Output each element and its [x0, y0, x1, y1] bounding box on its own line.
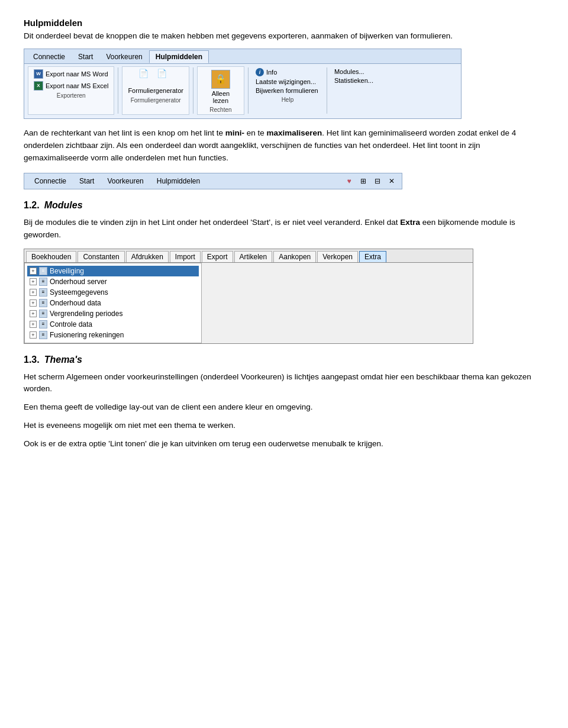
module-tab-artikelen[interactable]: Artikelen — [234, 251, 273, 262]
icon-vergrendeling: ≡ — [39, 310, 47, 318]
ribbon-group-formulier: 📄 📄 Formuliergenerator Formuliergenerato… — [122, 66, 189, 115]
exporteren-label: Exporteren — [57, 92, 86, 99]
excel-icon: X — [34, 81, 43, 91]
icon-systeemgegevens: ≡ — [39, 288, 47, 297]
mini-tab-connectie[interactable]: Connectie — [29, 175, 72, 187]
themas-text1: Het scherm Algemeen onder voorkeurinstel… — [24, 371, 544, 396]
icon-controle-data: ≡ — [39, 320, 47, 328]
themas-number: 1.3. — [24, 355, 40, 365]
expand-onderhoud-server[interactable]: + — [30, 278, 37, 285]
icon-onderhoud-data: ≡ — [39, 299, 47, 307]
mini-tab-start[interactable]: Start — [74, 175, 99, 187]
modules-number: 1.2. — [24, 200, 40, 211]
icon-onderhoud-server: ≡ — [39, 278, 47, 286]
expand-controle-data[interactable]: + — [30, 321, 37, 328]
info-menu-item[interactable]: i Info — [254, 67, 321, 77]
modules-title: Modules — [44, 200, 83, 211]
hulpmiddelen-title: Hulpmiddelen — [24, 18, 544, 28]
mini-icons: ♥ ⊞ ⊟ ✕ — [344, 176, 397, 186]
modules-heading: 1.2. Modules — [24, 200, 544, 211]
themas-text3: Het is eveneens mogelijk om niet met een… — [24, 420, 544, 432]
module-bar: Boekhouden Constanten Afdrukken Import E… — [24, 249, 473, 344]
icon-beveiliging: ≡ — [39, 267, 47, 275]
hulpmiddelen-intro: Dit onderdeel bevat de knoppen die te ma… — [24, 30, 544, 43]
module-tab-export[interactable]: Export — [202, 251, 233, 262]
sep2 — [193, 67, 193, 114]
tab-start[interactable]: Start — [72, 50, 99, 63]
tree-item-controle-data[interactable]: + ≡ Controle data — [27, 319, 199, 330]
rechten-label: Rechten — [209, 107, 231, 113]
modules-item[interactable]: Modules... — [333, 67, 382, 76]
restore-icon[interactable]: ⊞ — [358, 176, 369, 186]
modules-text: Bij de modules die te vinden zijn in het… — [24, 217, 544, 241]
mini-tab-hulpmiddelen[interactable]: Hulpmiddelen — [151, 175, 205, 187]
help-label: Help — [254, 96, 321, 103]
ribbon-group-rechten: 🔒 Alleenlezen Rechten — [197, 66, 244, 115]
mini-tab-voorkeuren[interactable]: Voorkeuren — [102, 175, 149, 187]
expand-systeemgegevens[interactable]: + — [30, 289, 37, 296]
ribbon-screenshot-1: Connectie Start Voorkeuren Hulpmiddelen … — [24, 49, 462, 119]
expand-fusionering[interactable]: + — [30, 331, 37, 339]
heart-icon[interactable]: ♥ — [344, 176, 354, 186]
sep3 — [248, 67, 248, 114]
module-tab-import[interactable]: Import — [170, 251, 201, 262]
tree-item-onderhoud-server[interactable]: + ≡ Onderhoud server — [27, 276, 199, 287]
sep1 — [118, 67, 118, 114]
themas-text2: Een thema geeft de volledige lay-out van… — [24, 401, 544, 414]
formuliergenerator-label: Formuliergenerator — [131, 97, 181, 104]
tree-item-vergrendeling[interactable]: + ≡ Vergrendeling periodes — [27, 308, 199, 319]
module-tabs-row: Boekhouden Constanten Afdrukken Import E… — [24, 249, 473, 263]
module-tab-boekhouden[interactable]: Boekhouden — [26, 251, 76, 262]
tab-connectie[interactable]: Connectie — [27, 50, 72, 63]
export-word-button[interactable]: W Export naar MS Word — [32, 69, 110, 79]
ribbon-content-1: W Export naar MS Word X Export naar MS E… — [24, 64, 461, 118]
info-icon: i — [256, 68, 264, 76]
expand-beveiliging[interactable]: + — [30, 268, 37, 275]
module-tree: + ≡ Beveiliging + ≡ Onderhoud server + ≡… — [24, 263, 202, 343]
tab-voorkeuren[interactable]: Voorkeuren — [99, 50, 149, 63]
sep4 — [327, 67, 327, 114]
ribbon-group-help: i Info Laatste wijzigingen... Bijwerken … — [252, 66, 323, 115]
bijwerken-formulieren-item[interactable]: Bijwerken formulieren — [254, 86, 321, 95]
tree-item-onderhoud-data[interactable]: + ≡ Onderhoud data — [27, 298, 199, 308]
tree-item-fusionering[interactable]: + ≡ Fusionering rekeningen — [27, 330, 199, 340]
module-tab-aankopen[interactable]: Aankopen — [273, 251, 316, 262]
module-tab-verkopen[interactable]: Verkopen — [317, 251, 358, 262]
module-tab-afdrukken[interactable]: Afdrukken — [126, 251, 169, 262]
tree-item-systeemgegevens[interactable]: + ≡ Systeemgegevens — [27, 287, 199, 298]
formuliergenerator-button[interactable]: Formuliergenerator — [126, 86, 185, 95]
statistieken-item[interactable]: Statistieken... — [333, 76, 382, 85]
ribbon-mini-screenshot: Connectie Start Voorkeuren Hulpmiddelen … — [24, 173, 402, 189]
hulpmiddelen-section: Hulpmiddelen Dit onderdeel bevat de knop… — [24, 18, 544, 43]
tree-item-beveiliging[interactable]: + ≡ Beveiliging — [27, 266, 199, 276]
laatste-wijzigingen-item[interactable]: Laatste wijzigingen... — [254, 78, 321, 86]
formulier-icon2: 📄 — [157, 69, 173, 85]
themas-title: Thema's — [44, 355, 82, 365]
lock-icon: 🔒 — [211, 70, 230, 89]
themas-text4: Ook is er de extra optie 'Lint tonen' di… — [24, 438, 544, 450]
expand-vergrendeling[interactable]: + — [30, 310, 37, 317]
expand-onderhoud-data[interactable]: + — [30, 299, 37, 307]
export-excel-button[interactable]: X Export naar MS Excel — [32, 80, 110, 91]
close-icon[interactable]: ✕ — [386, 176, 397, 186]
ribbon-group-exporteren: W Export naar MS Word X Export naar MS E… — [28, 66, 114, 115]
module-tab-constanten[interactable]: Constanten — [78, 251, 124, 262]
ribbon-group-modules: Modules... Statistieken... — [331, 66, 384, 115]
word-icon: W — [34, 69, 43, 79]
minimize-icon[interactable]: ⊟ — [372, 176, 383, 186]
text-mini-maximaliseren: Aan de rechterkant van het lint is een k… — [24, 127, 544, 165]
formulier-icon: 📄 — [138, 69, 155, 85]
themas-heading: 1.3. Thema's — [24, 355, 544, 365]
icon-fusionering: ≡ — [39, 331, 47, 339]
ribbon-tabs-row: Connectie Start Voorkeuren Hulpmiddelen — [24, 49, 461, 64]
export-buttons: W Export naar MS Word X Export naar MS E… — [32, 69, 110, 91]
module-tab-extra[interactable]: Extra — [359, 251, 386, 262]
alleen-lezen-button[interactable]: 🔒 Alleenlezen — [206, 69, 235, 105]
tab-hulpmiddelen[interactable]: Hulpmiddelen — [149, 50, 209, 63]
